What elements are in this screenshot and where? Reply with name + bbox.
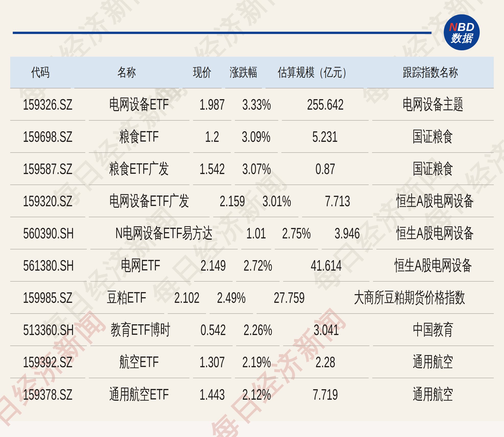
cell-text-price: 1.307	[199, 353, 225, 371]
cell-index: 国证粮食	[372, 153, 494, 185]
cell-code: 159378.SZ	[10, 378, 85, 410]
nbd-logo-subtext: 数据	[451, 33, 473, 44]
cell-text-index: 国证粮食	[413, 158, 453, 179]
cell-text-scale: 0.87	[316, 160, 335, 178]
cell-text-index: 恒生A股电网设备	[394, 255, 472, 276]
header-label-change: 涨跌幅	[230, 64, 257, 80]
table-row: 159587.SZ粮食ETF广发1.5423.07%0.87国证粮食	[10, 153, 494, 185]
header-rule	[13, 32, 431, 34]
cell-text-name: N电网设备ETF易方达	[115, 223, 213, 244]
cell-change: 2.75%	[275, 217, 318, 249]
header-label-index: 跟踪指数名称	[403, 64, 458, 80]
cell-index: 大商所豆粕期货价格指数	[325, 282, 494, 314]
header-cell-scale: 估算规模（亿元）	[266, 57, 364, 88]
table-row: 159698.SZ粮食ETF1.23.09%5.231国证粮食	[10, 121, 494, 153]
table-row: 513360.SH教育ETF博时0.5422.26%3.041中国教育	[10, 314, 494, 346]
cell-price: 1.542	[193, 153, 231, 185]
cell-change: 2.19%	[235, 346, 278, 378]
cell-text-change: 2.49%	[217, 289, 246, 306]
cell-text-name: 粮食ETF	[119, 126, 159, 147]
table-row: 159378.SZ通用航空ETF1.4432.12%7.719通用航空	[10, 378, 494, 410]
cell-name: 粮食ETF广发	[89, 153, 189, 185]
cell-text-name: 电网设备ETF	[109, 94, 169, 115]
cell-text-price: 1.2	[205, 128, 219, 145]
cell-text-code: 159698.SZ	[23, 128, 73, 145]
cell-text-index: 电网设备主题	[403, 94, 463, 115]
cell-name: 通用航空ETF	[89, 378, 189, 410]
cell-text-price: 1.443	[199, 386, 225, 403]
cell-index: 恒生A股电网设备	[373, 249, 494, 282]
cell-name: 电网设备ETF	[89, 88, 189, 121]
cell-price: 2.102	[168, 282, 206, 314]
cell-price: 2.149	[194, 249, 232, 282]
cell-text-name: 通用航空ETF	[109, 384, 169, 405]
cell-price: 1.01	[241, 217, 271, 249]
cell-text-price: 1.542	[199, 160, 225, 178]
cell-name: 粮食ETF	[89, 121, 190, 153]
cell-text-scale: 3.041	[314, 321, 339, 339]
cell-code: 513360.SH	[10, 314, 87, 346]
cell-text-scale: 3.946	[334, 224, 360, 242]
cell-change: 2.26%	[236, 314, 280, 346]
cell-text-name: 电网ETF	[121, 255, 160, 276]
cell-price: 1.987	[193, 88, 231, 121]
table-body: 159326.SZ电网设备ETF1.9873.33%255.642电网设备主题1…	[10, 88, 494, 410]
cell-change: 2.12%	[235, 378, 278, 410]
cell-price: 1.307	[193, 346, 231, 378]
table-header-row: 代码名称现价涨跌幅估算规模（亿元）跟踪指数名称	[10, 57, 494, 88]
cell-code: 159587.SZ	[10, 153, 85, 185]
cell-text-change: 2.72%	[243, 257, 272, 274]
cell-text-index: 中国教育	[413, 319, 453, 340]
table-row: 159326.SZ电网设备ETF1.9873.33%255.642电网设备主题	[10, 88, 494, 121]
table-row: 561380.SH电网ETF2.1492.72%41.614恒生A股电网设备	[10, 249, 494, 282]
cell-text-scale: 27.759	[274, 289, 305, 306]
cell-text-change: 3.09%	[242, 128, 270, 145]
cell-text-scale: 255.642	[307, 96, 343, 113]
table-row: 159392.SZ航空ETF1.3072.19%2.28通用航空	[10, 346, 494, 378]
cell-text-index: 恒生A股电网设备	[396, 223, 474, 244]
cell-index: 国证粮食	[372, 121, 494, 153]
cell-text-scale: 41.614	[311, 257, 342, 274]
cell-scale: 41.614	[283, 249, 369, 282]
etf-table: 代码名称现价涨跌幅估算规模（亿元）跟踪指数名称 159326.SZ电网设备ETF…	[10, 57, 494, 410]
cell-text-code: 561380.SH	[23, 257, 74, 274]
header-label-name: 名称	[117, 64, 136, 80]
cell-text-code: 159985.SZ	[23, 289, 73, 306]
cell-text-name: 教育ETF博时	[111, 319, 170, 340]
cell-text-name: 豆粕ETF	[107, 287, 146, 308]
cell-code: 560390.SH	[10, 217, 87, 249]
cell-index: 通用航空	[372, 378, 494, 410]
cell-scale: 7.719	[282, 378, 369, 410]
cell-change: 3.07%	[235, 153, 278, 185]
cell-text-scale: 2.28	[316, 353, 335, 371]
nbd-logo-n: N	[449, 20, 458, 33]
cell-name: 教育ETF博时	[90, 314, 190, 346]
header-cell-index: 跟踪指数名称	[367, 57, 494, 88]
cell-change: 3.33%	[235, 88, 278, 121]
cell-scale: 255.642	[282, 88, 369, 121]
cell-text-index: 国证粮食	[413, 126, 453, 147]
header-label-scale: 估算规模（亿元）	[278, 64, 351, 80]
cell-text-price: 1.01	[246, 224, 266, 242]
header-cell-code: 代码	[10, 57, 71, 88]
cell-name: 豆粕ETF	[89, 282, 164, 314]
cell-price: 0.542	[194, 314, 232, 346]
header-label-code: 代码	[31, 64, 50, 80]
cell-text-price: 2.159	[220, 192, 245, 210]
cell-price: 2.159	[213, 185, 251, 217]
cell-text-code: 159326.SZ	[23, 96, 73, 113]
nbd-logo-text: NBD	[449, 21, 475, 33]
cell-code: 159698.SZ	[10, 121, 85, 153]
cell-index: 恒生A股电网设备	[376, 217, 494, 249]
cell-change: 3.09%	[234, 121, 278, 153]
cell-text-change: 2.75%	[282, 224, 311, 242]
cell-name: 电网ETF	[90, 249, 190, 282]
cell-change: 3.01%	[255, 185, 298, 217]
cell-code: 159392.SZ	[10, 346, 85, 378]
cell-scale: 3.041	[283, 314, 369, 346]
cell-price: 1.443	[193, 378, 231, 410]
cell-price: 1.2	[193, 121, 231, 153]
cell-text-code: 560390.SH	[23, 224, 74, 242]
cell-change: 2.72%	[236, 249, 280, 282]
cell-text-scale: 5.231	[312, 128, 338, 145]
